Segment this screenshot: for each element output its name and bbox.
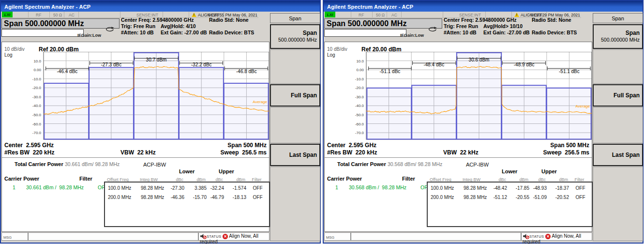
lower-dbc-cell: -27.30 bbox=[167, 184, 185, 191]
scale-per-div-label: 10 dB/div bbox=[4, 46, 25, 52]
radio-std-annotation: Radio Std: None bbox=[209, 17, 249, 23]
carrier-power-header: Carrier Power bbox=[327, 176, 362, 182]
offset-freq-cell: 100.0 MHz bbox=[105, 184, 138, 191]
full-span-label: Full Span bbox=[614, 92, 640, 99]
offset-freq-cell: 200.0 MHz bbox=[105, 194, 138, 200]
offset-row: 200.0 MHz 98.28 MHz -51.12 -20.55 -51.09… bbox=[428, 194, 592, 200]
carrier-row-value: 30.568 dBm / 98.28 MHz bbox=[349, 184, 406, 190]
svg-text:10.0: 10.0 bbox=[356, 59, 364, 63]
radio-device-annotation: Radio Device: BTS bbox=[209, 30, 254, 35]
upper-dbm-cell: -1.574 bbox=[225, 184, 247, 191]
scale-per-div-label: 10 dB/div bbox=[327, 46, 347, 52]
menu-title: Span bbox=[270, 13, 320, 23]
center-freq-readout: Center 2.595 GHz bbox=[4, 142, 54, 149]
upper-header: Upper bbox=[541, 168, 557, 174]
sweep-readout: Sweep 256.5 ms bbox=[221, 149, 267, 156]
full-span-softkey[interactable]: Full Span bbox=[270, 84, 320, 107]
offset-filter-cell: OFF bbox=[247, 194, 268, 200]
last-span-label: Last Span bbox=[612, 152, 640, 158]
integ-bw-cell: 98.28 MHz bbox=[138, 184, 167, 191]
last-span-softkey[interactable]: Last Span bbox=[270, 144, 320, 166]
span-softkey[interactable]: Span 500.000000 MHz bbox=[593, 24, 643, 49]
lower-dbc-cell: -48.42 bbox=[490, 184, 508, 191]
last-span-softkey[interactable]: Last Span bbox=[593, 144, 643, 166]
full-span-softkey[interactable]: Full Span bbox=[593, 84, 643, 107]
ext-gain-annotation: Ext Gain: -27.00 dB bbox=[483, 30, 530, 35]
radio-device-annotation: Radio Device: BTS bbox=[532, 30, 577, 35]
svg-text:-48.4 dBc: -48.4 dBc bbox=[423, 62, 444, 67]
svg-text:10.0: 10.0 bbox=[33, 59, 41, 63]
entry-box[interactable] bbox=[324, 29, 406, 37]
continuous-sweep-icon bbox=[428, 27, 437, 32]
impedance-indicator: 50 Ω bbox=[53, 13, 62, 17]
atten-annotation: #Atten: 10 dB bbox=[444, 30, 477, 35]
svg-text:-46.4 dBc: -46.4 dBc bbox=[57, 69, 78, 74]
svg-text:0.00: 0.00 bbox=[33, 68, 41, 72]
svg-text:-27.3 dBc: -27.3 dBc bbox=[101, 62, 121, 67]
upper-dbc-cell: -46.79 bbox=[208, 194, 225, 200]
menu-title: Span bbox=[593, 13, 643, 23]
svg-text:0.00: 0.00 bbox=[356, 68, 364, 72]
span-softkey[interactable]: Span 500.000000 MHz bbox=[270, 24, 320, 49]
svg-text:-20.0: -20.0 bbox=[355, 86, 364, 90]
analyzer-window-right: Agilent Spectrum Analyzer - ACP LXI RF 5… bbox=[323, 0, 644, 244]
active-function-display: Span 500.000000 MHz bbox=[1, 18, 120, 29]
status-area: STATUS ✕ Align Now, All required bbox=[521, 232, 592, 241]
span-readout: Span 500 MHz bbox=[227, 142, 267, 149]
offset-results-table: 100.0 MHz 98.28 MHz -27.30 3.385 -32.24 … bbox=[104, 182, 270, 227]
measurement-area: 10 dB/div Ref 20.00 dBm Log 10.00.00-10.… bbox=[324, 42, 592, 232]
svg-text:-10.0: -10.0 bbox=[32, 77, 42, 81]
offset-filter-cell: OFF bbox=[570, 194, 591, 200]
lxi-badge: LXI bbox=[325, 12, 335, 17]
error-icon: ✕ bbox=[545, 234, 551, 239]
offset-filter-cell: OFF bbox=[247, 184, 268, 191]
empty-softkey bbox=[270, 107, 320, 143]
upper-dbc-cell: -48.93 bbox=[530, 184, 548, 191]
svg-text:-30.0: -30.0 bbox=[355, 95, 364, 99]
warning-icon bbox=[192, 13, 196, 17]
total-carrier-power-value: 30.661 dBm/ 98.28 MHz bbox=[65, 161, 120, 167]
trigger-annotation: Trig: Free Run bbox=[444, 23, 478, 29]
upper-dbc-cell: -51.09 bbox=[530, 194, 548, 200]
divider bbox=[2, 157, 269, 158]
svg-text:-10.0: -10.0 bbox=[355, 77, 364, 81]
avg-hold-annotation: Avg|Hold: 4/10 bbox=[161, 23, 196, 29]
trigger-annotation: Trig: Free Run bbox=[121, 23, 155, 29]
svg-text:-40.0: -40.0 bbox=[355, 104, 364, 108]
window-titlebar[interactable]: Agilent Spectrum Analyzer - ACP bbox=[1, 1, 320, 12]
msg-cell: MSG bbox=[1, 232, 28, 241]
center-freq-readout: Center 2.595 GHz bbox=[327, 142, 376, 149]
speaker-muted-icon bbox=[523, 233, 529, 239]
svg-text:-51.1 dBc: -51.1 dBc bbox=[380, 69, 401, 74]
empty-softkey bbox=[270, 49, 320, 84]
impedance-indicator: 50 Ω bbox=[376, 13, 385, 17]
svg-text:Average: Average bbox=[253, 100, 267, 104]
measurement-mode-label: ACP-IBW bbox=[143, 162, 166, 168]
message-area bbox=[351, 232, 521, 241]
svg-text:-48.9 dBc: -48.9 dBc bbox=[514, 62, 535, 67]
svg-text:-20.0: -20.0 bbox=[32, 86, 42, 90]
offset-row: 200.0 MHz 98.28 MHz -46.36 -15.70 -46.79… bbox=[105, 194, 269, 200]
carrier-power-header: Carrier Power bbox=[4, 176, 39, 182]
measurement-area: 10 dB/div Ref 20.00 dBm Log 10.00.00-10.… bbox=[1, 42, 270, 232]
span-softkey-label: Span bbox=[271, 30, 317, 36]
lower-dbm-cell: -20.55 bbox=[508, 194, 530, 200]
window-titlebar[interactable]: Agilent Spectrum Analyzer - ACP bbox=[324, 1, 643, 12]
empty-softkey bbox=[593, 49, 643, 84]
last-span-label: Last Span bbox=[289, 152, 317, 158]
total-carrier-power-value: 30.568 dBm/ 98.28 MHz bbox=[388, 161, 442, 167]
offset-freq-cell: 200.0 MHz bbox=[428, 194, 461, 200]
entry-box[interactable] bbox=[1, 29, 84, 37]
res-bw-readout: #Res BW 220 kHz bbox=[327, 149, 377, 156]
rf-indicator: RF bbox=[359, 13, 364, 17]
upper-dbc-cell: -32.24 bbox=[208, 184, 225, 191]
message-bar: MSG STATUS ✕ Align Now, All required bbox=[1, 232, 270, 241]
filter-header: Filter bbox=[79, 176, 92, 182]
svg-text:-30.0: -30.0 bbox=[32, 95, 42, 99]
lower-header: Lower bbox=[502, 168, 517, 174]
center-freq-annotation: Center Freq: 2.594800000 GHz bbox=[121, 17, 194, 23]
full-span-label: Full Span bbox=[291, 92, 317, 99]
lower-dbc-cell: -51.12 bbox=[490, 194, 508, 200]
window-title: Agilent Spectrum Analyzer - ACP bbox=[327, 4, 413, 10]
empty-softkey bbox=[593, 107, 643, 143]
